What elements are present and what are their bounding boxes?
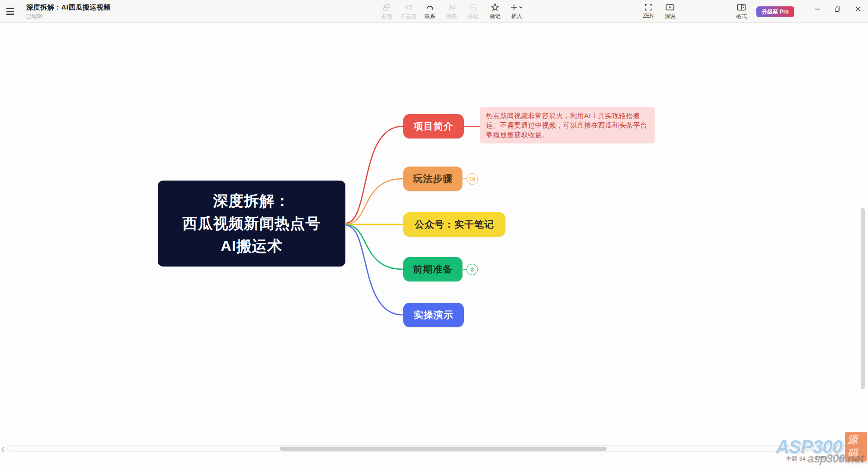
close-button[interactable] bbox=[848, 0, 868, 18]
tool-boundary[interactable]: 外框 bbox=[462, 2, 484, 21]
tool-relationship[interactable]: 联系 bbox=[419, 2, 441, 21]
central-topic-line2: 西瓜视频新闻热点号 bbox=[183, 212, 321, 235]
branch-line-red bbox=[346, 126, 403, 223]
boundary-icon bbox=[469, 2, 478, 12]
format-group: 格式 bbox=[731, 2, 752, 21]
topic-project-intro[interactable]: 项目简介 bbox=[403, 114, 464, 138]
tool-format[interactable]: 格式 bbox=[731, 2, 752, 21]
play-icon bbox=[665, 2, 675, 12]
window-controls bbox=[807, 0, 868, 23]
top-toolbar: 深度拆解：AI西瓜搬运视频 已编辑 主题 子主题 联系 概要 bbox=[0, 0, 868, 23]
central-topic[interactable]: 深度拆解： 西瓜视频新闻热点号 AI搬运术 bbox=[158, 181, 345, 267]
edit-status: 已编辑 bbox=[26, 13, 111, 20]
zoom-level[interactable]: 126% bbox=[815, 455, 830, 463]
horizontal-scrollbar-thumb[interactable] bbox=[280, 447, 607, 451]
tool-present[interactable]: 演说 bbox=[659, 2, 681, 21]
relationship-icon bbox=[425, 2, 434, 12]
central-topic-line1: 深度拆解： bbox=[213, 190, 290, 212]
tool-summary[interactable]: 概要 bbox=[441, 2, 462, 21]
plus-icon bbox=[510, 2, 523, 12]
minimize-button[interactable] bbox=[807, 0, 827, 18]
horizontal-scrollbar[interactable] bbox=[7, 445, 847, 452]
status-bar: 主题 34 126% 大纲 bbox=[786, 455, 850, 463]
menu-icon[interactable] bbox=[6, 6, 17, 17]
hscroll-left-arrow[interactable]: ❮ bbox=[1, 446, 5, 452]
topic-preparation[interactable]: 前期准备 bbox=[403, 257, 462, 281]
vertical-scrollbar[interactable] bbox=[861, 27, 865, 443]
collapsed-count-badge-8[interactable]: 8 bbox=[467, 264, 478, 275]
tool-zen[interactable]: ZEN bbox=[637, 2, 659, 21]
edit-tools-group: 主题 子主题 联系 概要 外框 bbox=[376, 2, 528, 21]
view-tools-group: ZEN 演说 bbox=[637, 2, 681, 21]
format-panel-icon bbox=[736, 2, 746, 12]
star-icon bbox=[491, 2, 500, 12]
topic-icon bbox=[382, 2, 391, 12]
subtopic-icon bbox=[404, 2, 413, 12]
collapsed-count-badge-19[interactable]: 19 bbox=[467, 173, 478, 185]
central-topic-line3: AI搬运术 bbox=[221, 235, 283, 257]
topic-demo[interactable]: 实操演示 bbox=[403, 303, 464, 327]
topic-wechat-account[interactable]: 公众号：实干笔记 bbox=[403, 212, 505, 237]
zen-mode-icon bbox=[644, 2, 653, 12]
tool-subtopic[interactable]: 子主题 bbox=[397, 2, 419, 21]
topic-note[interactable]: 热点新闻视频非常容易火，利用AI工具实现轻松搬运。不需要通过中视频，可以直接在西… bbox=[480, 107, 655, 143]
tool-marker[interactable]: 标记 bbox=[484, 2, 506, 21]
document-title: 深度拆解：AI西瓜搬运视频 bbox=[26, 3, 111, 12]
topic-gameplay-steps[interactable]: 玩法步骤 bbox=[403, 167, 462, 191]
branch-line-blue bbox=[346, 225, 403, 315]
vertical-scrollbar-thumb[interactable] bbox=[861, 208, 865, 389]
tool-topic[interactable]: 主题 bbox=[376, 2, 397, 21]
topic-count[interactable]: 主题 34 bbox=[786, 455, 806, 463]
restore-button[interactable] bbox=[827, 0, 848, 18]
tool-insert[interactable]: 插入 bbox=[506, 2, 528, 21]
summary-icon bbox=[447, 2, 456, 12]
document-title-block: 深度拆解：AI西瓜搬运视频 已编辑 bbox=[26, 3, 111, 20]
outline-toggle[interactable]: 大纲 bbox=[839, 455, 850, 463]
upgrade-pro-button[interactable]: 升级至 Pro bbox=[756, 6, 794, 17]
